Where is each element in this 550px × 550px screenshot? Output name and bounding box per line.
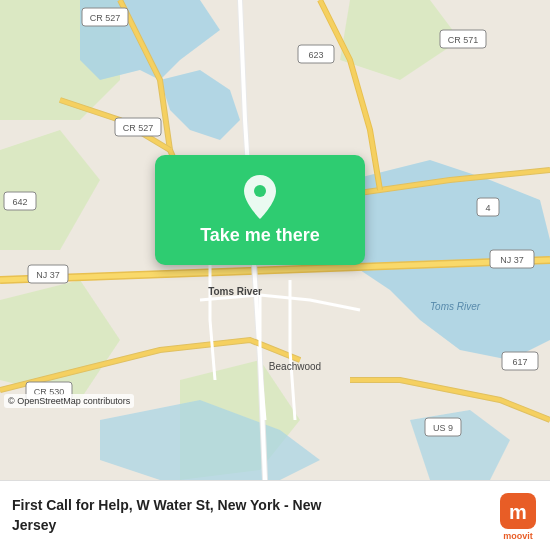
- svg-text:CR 527: CR 527: [123, 123, 154, 133]
- svg-text:617: 617: [512, 357, 527, 367]
- take-me-there-label: Take me there: [200, 225, 320, 246]
- location-line1: First Call for Help, W Water St, New Yor…: [12, 497, 321, 513]
- svg-text:US 9: US 9: [433, 423, 453, 433]
- svg-text:Beachwood: Beachwood: [269, 361, 321, 372]
- svg-text:CR 527: CR 527: [90, 13, 121, 23]
- moovit-icon: m: [498, 491, 538, 531]
- moovit-logo: m moovit: [498, 491, 538, 541]
- attribution-text: © OpenStreetMap contributors: [8, 396, 130, 406]
- svg-text:NJ 37: NJ 37: [36, 270, 60, 280]
- map-container: CR 527 CR 527 CR 571 NJ 37 NJ 37 642 623…: [0, 0, 550, 480]
- location-line2: Jersey: [12, 517, 56, 533]
- svg-point-33: [254, 185, 266, 197]
- location-info: First Call for Help, W Water St, New Yor…: [12, 496, 488, 535]
- svg-text:CR 571: CR 571: [448, 35, 479, 45]
- svg-text:623: 623: [308, 50, 323, 60]
- location-name: First Call for Help, W Water St, New Yor…: [12, 496, 488, 535]
- svg-text:NJ 37: NJ 37: [500, 255, 524, 265]
- svg-text:4: 4: [485, 203, 490, 213]
- moovit-text: moovit: [503, 531, 533, 541]
- svg-text:642: 642: [12, 197, 27, 207]
- svg-text:Toms River: Toms River: [430, 301, 481, 312]
- take-me-there-button[interactable]: Take me there: [155, 155, 365, 265]
- svg-text:m: m: [509, 501, 527, 523]
- info-bar: First Call for Help, W Water St, New Yor…: [0, 480, 550, 550]
- osm-attribution: © OpenStreetMap contributors: [4, 394, 134, 408]
- svg-text:Toms River: Toms River: [208, 286, 262, 297]
- location-pin-icon: [242, 175, 278, 219]
